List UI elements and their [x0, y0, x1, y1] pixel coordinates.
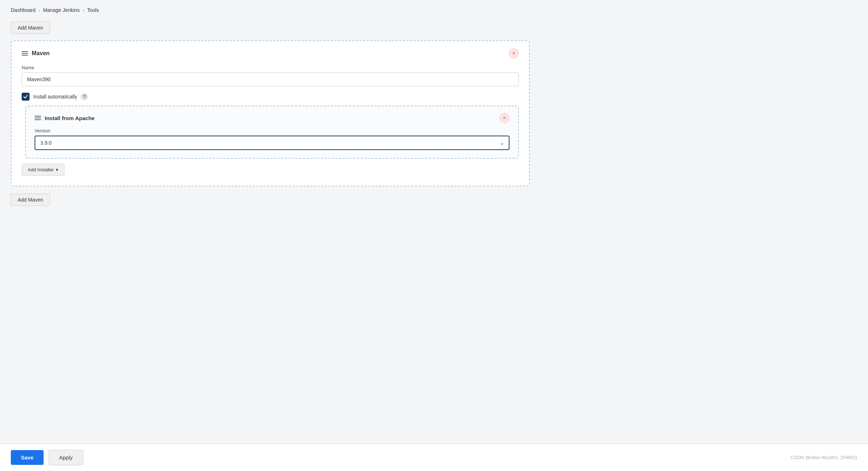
maven-card-title: Maven: [22, 50, 50, 57]
breadcrumb-manage-jenkins[interactable]: Manage Jenkins: [43, 7, 80, 13]
installer-title-text: Install from Apache: [45, 115, 95, 121]
install-auto-label: Install automatically: [33, 94, 77, 100]
installer-card-title: Install from Apache: [35, 115, 95, 121]
add-maven-bottom-button[interactable]: Add Maven: [11, 194, 50, 206]
add-maven-top-button[interactable]: Add Maven: [11, 22, 50, 34]
maven-name-input[interactable]: [22, 72, 519, 86]
breadcrumb-tools: Tools: [87, 7, 99, 13]
installer-close-button[interactable]: ×: [499, 113, 509, 123]
bottom-bar: Save Apply CSDN @Allen Wu(WU, ZHWEI): [0, 444, 868, 471]
installer-card: Install from Apache × Version 3.9.0 3.8.…: [25, 106, 519, 159]
watermark-text: CSDN @Allen Wu(WU, ZHWEI): [791, 455, 857, 460]
breadcrumb-dashboard[interactable]: Dashboard: [11, 7, 36, 13]
add-installer-button[interactable]: Add Installer ▾: [22, 164, 64, 176]
add-installer-label: Add Installer: [28, 167, 54, 172]
breadcrumb: Dashboard › Manage Jenkins › Tools: [11, 7, 530, 13]
name-field-label: Name: [22, 65, 519, 70]
installer-card-header: Install from Apache ×: [35, 113, 509, 123]
version-select[interactable]: 3.9.0 3.8.8 3.8.6 3.8.4 3.6.3 3.5.4 3.3.…: [35, 136, 509, 150]
drag-handle-icon[interactable]: [22, 51, 28, 56]
install-auto-row: Install automatically ?: [22, 93, 519, 101]
install-auto-help-icon[interactable]: ?: [81, 93, 88, 100]
install-auto-checkbox[interactable]: [22, 93, 30, 101]
version-select-wrapper: 3.9.0 3.8.8 3.8.6 3.8.4 3.6.3 3.5.4 3.3.…: [35, 136, 509, 150]
apply-button[interactable]: Apply: [49, 450, 83, 465]
maven-close-button[interactable]: ×: [509, 48, 519, 58]
version-label: Version: [35, 128, 509, 133]
maven-card-header: Maven ×: [22, 48, 519, 58]
maven-title-text: Maven: [32, 50, 50, 57]
breadcrumb-sep-2: ›: [83, 7, 84, 13]
maven-card: Maven × Name Install automatically ?: [11, 40, 530, 186]
installer-drag-handle-icon[interactable]: [35, 116, 41, 120]
breadcrumb-sep-1: ›: [39, 7, 40, 13]
add-installer-arrow-icon: ▾: [56, 167, 58, 172]
save-button[interactable]: Save: [11, 450, 44, 465]
